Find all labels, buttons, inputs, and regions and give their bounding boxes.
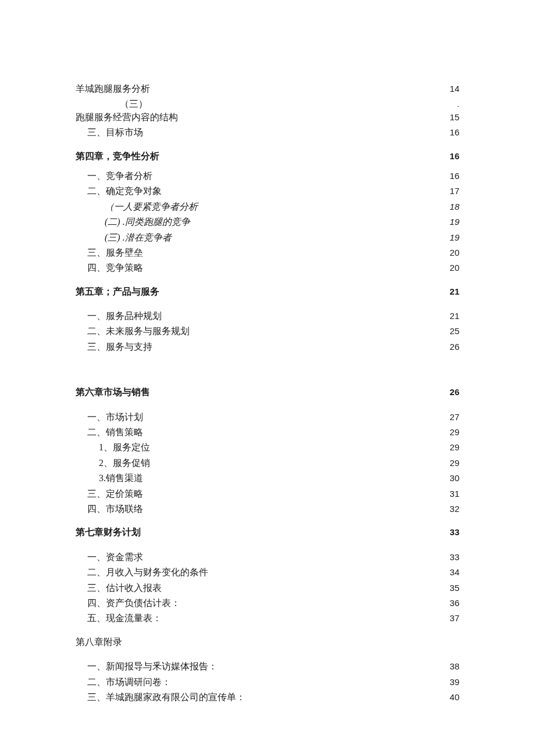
toc-label: 3.销售渠道 <box>76 471 143 486</box>
toc-page-number: 19 <box>443 215 459 230</box>
toc-label: (三) .潜在竞争者 <box>76 230 172 245</box>
toc-page-number: 39 <box>443 675 459 690</box>
toc-label: 第八章附录 <box>76 635 122 650</box>
toc-page-number: 33 <box>443 525 459 540</box>
toc-entry: 一、资金需求 33 <box>76 550 459 565</box>
toc-page-number: 16 <box>443 169 459 184</box>
toc-label: 1、服务定位 <box>76 440 150 455</box>
toc-chapter-title: 第七章财务计划 33 <box>76 525 459 540</box>
toc-label: 第五章；产品与服务 <box>76 284 159 299</box>
toc-page-number: 16 <box>443 149 459 164</box>
toc-label: 一、服务品种规划 <box>76 309 162 324</box>
toc-page-number: 30 <box>443 471 459 486</box>
toc-page-number: 20 <box>443 246 459 260</box>
toc-entry: 一、新闻报导与釆访媒体报告： 38 <box>76 659 459 674</box>
toc-entry: 一、竞争者分析 16 <box>76 169 459 184</box>
toc-page-number: 29 <box>443 456 459 471</box>
toc-page-number: 29 <box>443 440 459 455</box>
toc-page-number: 37 <box>443 611 459 626</box>
toc-label: 一、资金需求 <box>76 550 143 565</box>
toc-label: 四、市场联络 <box>76 501 143 517</box>
toc-entry: (二) .同类跑腿的竞争 19 <box>76 214 459 230</box>
toc-page-marker: . <box>443 97 459 112</box>
toc-page-number: 31 <box>443 487 459 501</box>
toc-page-number: 35 <box>443 581 459 596</box>
toc-entry: 三、目标市场 16 <box>76 125 459 140</box>
toc-entry: 羊城跑腿服务分析 14 <box>76 81 459 96</box>
toc-label: 五、现金流量表： <box>76 611 162 626</box>
toc-entry: (三) .潜在竞争者 19 <box>76 230 459 245</box>
toc-entry: 三、定价策略 31 <box>76 486 459 501</box>
toc-page-number: 18 <box>443 200 459 214</box>
toc-entry: 四、市场联络 32 <box>76 501 459 517</box>
toc-entry: 3.销售渠道 30 <box>76 471 459 486</box>
toc-label: 第六章市场与销售 <box>76 385 150 400</box>
toc-page-number: 38 <box>443 660 459 674</box>
toc-entry: 五、现金流量表： 37 <box>76 611 459 626</box>
toc-label: 一、新闻报导与釆访媒体报告： <box>76 659 217 674</box>
toc-page-number: 21 <box>443 285 459 299</box>
toc-page-number: 15 <box>443 110 459 125</box>
toc-entry: 二、月收入与财务变化的条件 34 <box>76 565 459 580</box>
toc-page-number: 19 <box>443 231 459 245</box>
toc-label: (二) .同类跑腿的竞争 <box>76 214 190 230</box>
toc-label: 二、未来服务与服务规划 <box>76 324 190 339</box>
toc-chapter-title: 第四章，竞争性分析 16 <box>76 149 459 164</box>
toc-chapter-title: 第八章附录 <box>76 635 459 650</box>
toc-page: 羊城跑腿服务分析 14 （三） . 跑腿服务经营内容的结构 15 三、目标市场 … <box>0 0 535 756</box>
toc-label: 三、估计收入报表 <box>76 581 162 596</box>
toc-page-number: 36 <box>443 596 459 611</box>
toc-page-number: 34 <box>443 565 459 580</box>
toc-page-number: 29 <box>443 425 459 440</box>
toc-entry: 一、服务品种规划 21 <box>76 309 459 324</box>
toc-chapter-title: 第五章；产品与服务 21 <box>76 284 459 299</box>
toc-label: 第七章财务计划 <box>76 525 141 540</box>
toc-label: 二、市场调研问卷： <box>76 675 171 690</box>
toc-entry: 二、确定竞争对象 17 <box>76 184 459 199</box>
toc-label: 四、竞争策略 <box>76 260 143 275</box>
toc-page-number: 16 <box>443 126 459 140</box>
toc-entry: 四、资产负债估计表： 36 <box>76 596 459 611</box>
toc-page-number: 17 <box>443 184 459 199</box>
toc-page-number: 40 <box>443 690 459 705</box>
toc-page-number: 21 <box>443 309 459 324</box>
toc-label: 羊城跑腿服务分析 <box>76 81 150 96</box>
toc-label: 一、竞争者分析 <box>76 169 152 184</box>
toc-page-number: 20 <box>443 261 459 275</box>
toc-chapter-title: 第六章市场与销售 26 <box>76 385 459 400</box>
toc-label: 三、服务与支持 <box>76 339 152 354</box>
toc-page-number: 14 <box>443 82 459 96</box>
toc-entry: 1、服务定位 29 <box>76 440 459 455</box>
toc-entry: 三、羊城跑腿家政有限公司的宣传单： 40 <box>76 690 459 705</box>
toc-entry: 二、未来服务与服务规划 25 <box>76 324 459 339</box>
toc-label: 二、月收入与财务变化的条件 <box>76 565 208 580</box>
toc-entry: 三、估计收入报表 35 <box>76 581 459 596</box>
toc-page-number: 25 <box>443 324 459 339</box>
toc-label: 跑腿服务经营内容的结构 <box>76 110 178 125</box>
toc-entry: （一人要紧竞争者分析 18 <box>76 199 459 214</box>
toc-label: 三、羊城跑腿家政有限公司的宣传单： <box>76 690 245 705</box>
toc-page-number: 26 <box>443 340 459 354</box>
toc-page-number: 26 <box>443 385 459 400</box>
toc-label: 四、资产负债估计表： <box>76 596 180 611</box>
toc-entry: 三、服务与支持 26 <box>76 339 459 354</box>
toc-label: 二、销售策略 <box>76 425 143 440</box>
toc-label: 一、市场计划 <box>76 410 143 425</box>
toc-entry: 二、市场调研问卷： 39 <box>76 675 459 690</box>
toc-label: 三、目标市场 <box>76 125 143 140</box>
toc-label: 第四章，竞争性分析 <box>76 149 159 164</box>
toc-entry: 一、市场计划 27 <box>76 410 459 425</box>
toc-entry: 三、服务壁垒 20 <box>76 245 459 260</box>
toc-entry: 2、服务促销 29 <box>76 456 459 471</box>
toc-page-number: 27 <box>443 410 459 425</box>
toc-page-number: 32 <box>443 502 459 517</box>
toc-entry: 跑腿服务经营内容的结构 15 <box>76 110 459 125</box>
toc-label: 三、服务壁垒 <box>76 245 143 260</box>
toc-entry: 二、销售策略 29 <box>76 425 459 440</box>
toc-label: （一人要紧竞争者分析 <box>76 199 198 214</box>
toc-label: 二、确定竞争对象 <box>76 184 162 199</box>
toc-label: 2、服务促销 <box>76 456 150 471</box>
toc-entry: 四、竞争策略 20 <box>76 260 459 275</box>
toc-page-number: 33 <box>443 550 459 565</box>
toc-label: 三、定价策略 <box>76 486 143 501</box>
